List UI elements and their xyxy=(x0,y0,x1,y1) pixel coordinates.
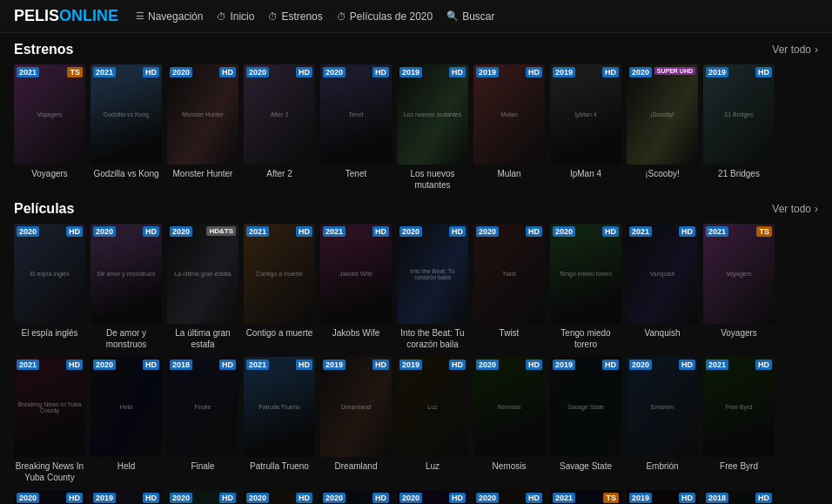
poster-image: Voyagers xyxy=(14,64,85,165)
movie-title: IpMan 4 xyxy=(550,168,621,191)
year-badge: 2020 xyxy=(170,67,192,77)
nav-inicio[interactable]: ⏱ Inicio xyxy=(217,10,254,23)
poster-image: ¡Scooby! xyxy=(627,64,698,165)
movie-card[interactable]: Campanadas a muerto 2020 HD Campanadas a… xyxy=(473,490,545,504)
site-logo[interactable]: PELISONLINE xyxy=(14,7,118,25)
movie-card[interactable]: De amor y monstruos 2020 HD De amor y mo… xyxy=(91,224,162,350)
movie-poster: Amalia en el otoño 2020 HD xyxy=(244,490,315,504)
year-badge: 2021 xyxy=(553,493,575,503)
quality-badge: HD xyxy=(449,360,466,370)
movie-poster: Jakobs Wife 2021 HD xyxy=(320,224,392,324)
estrenos-ver-todo[interactable]: Ver todo › xyxy=(772,44,818,56)
year-badge: 2020 xyxy=(399,226,422,237)
estrenos-section: Estrenos Ver todo › Voyagers 2021 TS Voy… xyxy=(14,42,818,191)
estrenos-icon: ⏱ xyxy=(268,11,278,22)
movie-poster: Finale 2018 HD xyxy=(167,357,238,457)
movie-poster: Voyagers 2021 TS xyxy=(14,64,85,165)
movie-card[interactable]: Into the Beat: Tu corazón baila 2020 HD … xyxy=(397,224,468,350)
movie-card[interactable]: Luz 2019 HD Luz xyxy=(397,357,468,483)
movie-poster: Savage State 2019 HD xyxy=(550,357,621,457)
movie-card[interactable]: Free Byrd 2021 HD Free Byrd xyxy=(703,357,775,483)
movie-poster: Breaking News In Yuba County 2021 HD xyxy=(14,357,85,457)
movie-card[interactable]: After 2 2020 HD After 2 xyxy=(244,64,315,191)
year-badge: 2020 xyxy=(170,226,192,237)
movie-poster: Lo que queda de nosotras 2019 HD xyxy=(627,490,698,504)
peliculas-title: Películas xyxy=(14,201,74,217)
movie-card[interactable]: El espía inglés 2020 HD El espía inglés xyxy=(14,224,85,350)
movie-card[interactable]: Voyagers 2021 TS Voyagers xyxy=(703,224,775,350)
poster-image: Twist xyxy=(473,224,545,324)
movie-card[interactable]: Held 2020 HD Held xyxy=(91,357,162,483)
poster-image: Vanquish xyxy=(627,224,698,324)
movie-card[interactable]: 10 Horas para o Natal 2020 HD 10 Horas p… xyxy=(167,490,238,504)
movie-card[interactable]: Los nuevos mutantes 2019 HD Los nuevos m… xyxy=(397,64,468,191)
movie-card[interactable]: Jakobs Wife 2021 HD Jakobs Wife xyxy=(320,224,392,350)
movie-card[interactable]: Archenemy 2020 HD Archenemy xyxy=(397,490,468,504)
movie-card[interactable]: Vanquish 2021 HD Vanquish xyxy=(627,224,698,350)
movie-card[interactable]: Monster Hunter 2020 HD Monster Hunter xyxy=(167,64,238,191)
movie-poster: After 2 2020 HD xyxy=(244,64,315,165)
movie-card[interactable]: Rocca cambia el mundo 2019 HD Rocca camb… xyxy=(91,490,162,504)
movie-title: Embrión xyxy=(627,460,698,483)
movie-card[interactable]: ¡Scooby! 2020 SUPER UHD ¡Scooby! xyxy=(627,64,698,191)
year-badge: 2020 xyxy=(476,493,499,503)
movie-title: After 2 xyxy=(244,168,315,191)
movie-poster: Al 3er. día 2020 HD xyxy=(14,490,85,504)
movie-card[interactable]: Twist 2020 HD Twist xyxy=(473,224,545,350)
movie-card[interactable]: Amalia en el otoño 2020 HD Amalia en el … xyxy=(244,490,315,504)
year-badge: 2021 xyxy=(93,67,116,77)
movie-card[interactable]: Voyagers 2021 TS Voyagers xyxy=(14,64,85,191)
movie-poster: La última gran estafa 2020 HD&TS xyxy=(167,224,238,324)
movie-title: Contigo a muerte xyxy=(244,327,315,350)
nav-menu[interactable]: ☰ Navegación xyxy=(136,10,203,23)
movie-card[interactable]: Patrulla Trueno 2021 HD Patrulla Trueno xyxy=(244,357,315,483)
poster-image: Into the Beat: Tu corazón baila xyxy=(397,224,468,324)
poster-image: De amor y monstruos xyxy=(91,224,162,324)
year-badge: 2019 xyxy=(399,360,422,370)
movie-card[interactable]: Nemosis 2020 HD Nemosis xyxy=(473,357,545,483)
quality-badge: HD xyxy=(219,67,236,77)
quality-badge: TS xyxy=(67,67,83,77)
movie-card[interactable]: Embrión 2020 HD Embrión xyxy=(627,357,698,483)
movie-card[interactable]: Tenet 2020 HD Tenet xyxy=(320,64,392,191)
movie-poster: Monster Hunter 2020 HD xyxy=(167,64,238,165)
movie-title: Breaking News In Yuba County xyxy=(14,460,85,483)
movie-poster: Tengo miedo torero 2020 HD xyxy=(550,224,621,324)
nav-buscar[interactable]: 🔍 Buscar xyxy=(446,10,494,23)
movie-card[interactable]: Al 3er. día 2020 HD Al 3er. día xyxy=(14,490,85,504)
nav-peliculas[interactable]: ⏱ Películas de 2020 xyxy=(337,10,433,23)
movie-card[interactable]: Savage State 2019 HD Savage State xyxy=(550,357,621,483)
movie-card[interactable]: Mulan 2019 HD Mulan xyxy=(473,64,545,191)
logo-pelis: PELIS xyxy=(14,7,59,24)
movie-title: Voyagers xyxy=(703,327,775,350)
movie-card[interactable]: Noche en el paraíso 2020 HD Noche en el … xyxy=(320,490,392,504)
quality-badge: HD xyxy=(755,493,772,503)
movie-card[interactable]: Major Grom: Plague Doctor 2021 TS Major … xyxy=(550,490,621,504)
peliculas-ver-todo[interactable]: Ver todo › xyxy=(772,203,818,215)
movie-poster: Twist 2020 HD xyxy=(473,224,545,324)
movie-card[interactable]: Contigo a muerte 2021 HD Contigo a muert… xyxy=(244,224,315,350)
nav-estrenos[interactable]: ⏱ Estrenos xyxy=(268,10,322,23)
movie-card[interactable]: Lo que queda de nosotras 2019 HD Lo que … xyxy=(627,490,698,504)
movie-poster: Archenemy 2020 HD xyxy=(397,490,468,504)
movie-card[interactable]: Godzilla vs Kong 2021 HD Godzilla vs Kon… xyxy=(91,64,162,191)
movie-card[interactable]: La última gran estafa 2020 HD&TS La últi… xyxy=(167,224,238,350)
poster-image: Monster Hunter xyxy=(167,64,238,165)
movie-card[interactable]: Be Vaghte Sham 2018 HD Be Vaghte Sham xyxy=(703,490,775,504)
poster-image: Los nuevos mutantes xyxy=(397,64,468,165)
movie-title: Into the Beat: Tu corazón baila xyxy=(397,327,468,350)
movie-poster: Held 2020 HD xyxy=(91,357,162,457)
movie-card[interactable]: 21 Bridges 2019 HD 21 Bridges xyxy=(703,64,775,191)
year-badge: 2019 xyxy=(323,360,346,370)
movie-card[interactable]: Dreamland 2019 HD Dreamland xyxy=(320,357,392,483)
movie-card[interactable]: Tengo miedo torero 2020 HD Tengo miedo t… xyxy=(550,224,621,350)
movie-card[interactable]: Breaking News In Yuba County 2021 HD Bre… xyxy=(14,357,85,483)
movie-poster: Be Vaghte Sham 2018 HD xyxy=(703,490,775,504)
movie-title: Held xyxy=(91,460,162,483)
quality-badge: HD xyxy=(372,67,389,77)
poster-image: Godzilla vs Kong xyxy=(91,64,162,165)
main-content: Estrenos Ver todo › Voyagers 2021 TS Voy… xyxy=(0,33,832,504)
peliculas-icon: ⏱ xyxy=(337,11,346,22)
movie-card[interactable]: IpMan 4 2019 HD IpMan 4 xyxy=(550,64,621,191)
movie-card[interactable]: Finale 2018 HD Finale xyxy=(167,357,238,483)
